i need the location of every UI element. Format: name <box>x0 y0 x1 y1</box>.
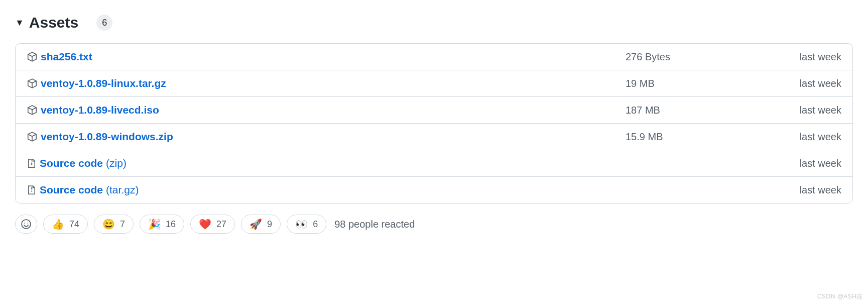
reaction-emoji: 😄 <box>102 219 115 229</box>
reaction-count: 6 <box>313 219 318 230</box>
file-zip-icon <box>27 184 37 195</box>
assets-count-badge: 6 <box>96 15 112 31</box>
reaction-pill[interactable]: ❤️27 <box>190 215 235 234</box>
assets-title: Assets <box>29 14 78 31</box>
reaction-pill[interactable]: 😄7 <box>94 215 134 234</box>
reaction-pill[interactable]: 👍74 <box>43 215 88 234</box>
svg-point-2 <box>27 223 28 224</box>
reaction-count: 16 <box>166 219 176 230</box>
assets-list: sha256.txt276 Byteslast weekventoy-1.0.8… <box>15 43 853 204</box>
asset-row: ventoy-1.0.89-livecd.iso187 MBlast week <box>16 96 852 123</box>
reaction-count: 7 <box>120 219 125 230</box>
asset-size: 19 MB <box>626 78 781 89</box>
asset-ext: (tar.gz) <box>106 184 139 196</box>
asset-size: 187 MB <box>626 105 781 116</box>
asset-row: ventoy-1.0.89-linux.tar.gz19 MBlast week <box>16 70 852 96</box>
asset-link[interactable]: ventoy-1.0.89-windows.zip <box>41 131 173 143</box>
asset-date: last week <box>781 131 841 143</box>
asset-date: last week <box>781 78 841 89</box>
reaction-emoji: 🚀 <box>250 219 262 229</box>
asset-link[interactable]: ventoy-1.0.89-livecd.iso <box>41 104 159 116</box>
svg-point-1 <box>24 223 25 224</box>
asset-name-cell: ventoy-1.0.89-linux.tar.gz <box>27 77 626 89</box>
package-icon <box>27 51 38 62</box>
reaction-pill[interactable]: 👀6 <box>287 215 326 234</box>
smiley-icon <box>21 219 32 230</box>
asset-name-cell: Source code (tar.gz) <box>27 184 626 196</box>
asset-name-cell: Source code (zip) <box>27 157 626 169</box>
reaction-count: 74 <box>69 219 79 230</box>
reaction-pill[interactable]: 🎉16 <box>140 215 184 234</box>
reaction-count: 27 <box>216 219 226 230</box>
svg-point-0 <box>22 220 31 229</box>
reaction-summary-text: 98 people reacted <box>334 219 415 230</box>
package-icon <box>27 131 38 142</box>
reaction-count: 9 <box>267 219 272 230</box>
package-icon <box>27 105 38 116</box>
asset-link[interactable]: ventoy-1.0.89-linux.tar.gz <box>41 77 166 89</box>
assets-header[interactable]: ▼ Assets 6 <box>15 14 853 31</box>
asset-link[interactable]: Source code <box>40 184 103 196</box>
asset-row: ventoy-1.0.89-windows.zip15.9 MBlast wee… <box>16 123 852 150</box>
reaction-emoji: 👍 <box>52 219 64 229</box>
package-icon <box>27 78 38 89</box>
caret-down-icon: ▼ <box>15 18 24 27</box>
reaction-emoji: 🎉 <box>148 219 161 229</box>
asset-date: last week <box>781 184 841 196</box>
reactions-bar: 👍74😄7🎉16❤️27🚀9👀6 98 people reacted <box>15 215 853 234</box>
asset-row: Source code (zip)last week <box>16 150 852 176</box>
asset-link[interactable]: sha256.txt <box>41 51 92 63</box>
asset-size: 15.9 MB <box>626 131 781 143</box>
asset-link[interactable]: Source code <box>40 157 103 169</box>
asset-date: last week <box>781 51 841 63</box>
file-zip-icon <box>27 158 37 169</box>
asset-row: Source code (tar.gz)last week <box>16 176 852 203</box>
reaction-pill[interactable]: 🚀9 <box>241 215 281 234</box>
asset-date: last week <box>781 105 841 116</box>
asset-name-cell: ventoy-1.0.89-windows.zip <box>27 131 626 143</box>
asset-name-cell: ventoy-1.0.89-livecd.iso <box>27 104 626 116</box>
asset-name-cell: sha256.txt <box>27 51 626 63</box>
asset-ext: (zip) <box>106 157 127 169</box>
asset-size: 276 Bytes <box>626 51 781 63</box>
reaction-emoji: 👀 <box>295 219 308 229</box>
asset-row: sha256.txt276 Byteslast week <box>16 44 852 70</box>
reaction-emoji: ❤️ <box>199 219 211 229</box>
add-reaction-button[interactable] <box>15 215 37 234</box>
asset-date: last week <box>781 158 841 169</box>
